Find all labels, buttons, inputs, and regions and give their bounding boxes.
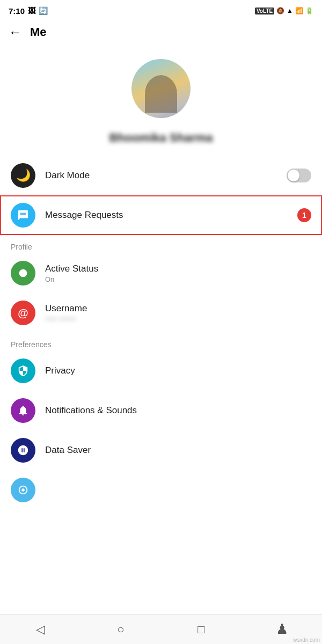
mute-icon: 🔕 <box>276 7 284 14</box>
signal-icon: 📶 <box>295 7 303 14</box>
avatar[interactable] <box>131 59 191 118</box>
bottom-nav: ◁ ○ □ ♟ <box>0 614 322 644</box>
siri-icon <box>11 478 35 502</box>
dark-mode-icon: 🌙 <box>11 163 35 188</box>
preferences-section-label: Preferences <box>0 333 322 351</box>
username-item[interactable]: @ Username ••••• ••••••• <box>0 293 322 333</box>
status-bar: 7:10 🖼 🔄 VoLTE 🔕 ▲ 📶 🔋 <box>0 0 322 19</box>
data-saver-item[interactable]: Data Saver <box>0 430 322 470</box>
username-content: Username ••••• ••••••• <box>45 303 311 323</box>
svg-point-2 <box>21 488 25 492</box>
privacy-icon <box>11 358 35 383</box>
wifi-icon: ▲ <box>287 7 293 14</box>
toggle-knob <box>288 170 299 181</box>
status-icons: VoLTE 🔕 ▲ 📶 🔋 <box>255 7 313 14</box>
gallery-icon: 🖼 <box>28 6 35 15</box>
message-requests-label: Message Requests <box>45 210 288 221</box>
volte-badge: VoLTE <box>255 8 274 14</box>
dark-mode-label: Dark Mode <box>45 170 277 181</box>
dark-mode-item[interactable]: 🌙 Dark Mode <box>0 156 322 195</box>
watermark: wsxdn.com <box>293 637 320 643</box>
privacy-label: Privacy <box>45 365 311 376</box>
time-label: 7:10 <box>9 6 25 16</box>
message-requests-icon <box>11 203 35 228</box>
avatar-silhouette <box>145 75 177 113</box>
top-nav: ← Me <box>0 19 322 48</box>
page-title: Me <box>30 25 47 39</box>
messenger-icon: 🔄 <box>39 6 48 15</box>
active-status-icon <box>11 261 35 286</box>
siri-item[interactable] <box>0 470 322 510</box>
nav-back-button[interactable]: ◁ <box>24 619 56 640</box>
avatar-section <box>0 48 322 123</box>
data-saver-label: Data Saver <box>45 445 311 456</box>
notifications-label: Notifications & Sounds <box>45 405 311 416</box>
message-requests-badge: 1 <box>297 208 311 222</box>
battery-icon: 🔋 <box>305 7 313 14</box>
message-requests-item[interactable]: Message Requests 1 <box>0 195 322 235</box>
active-status-content: Active Status On <box>45 264 311 283</box>
active-status-sublabel: On <box>45 275 311 283</box>
privacy-item[interactable]: Privacy <box>0 351 322 391</box>
status-time: 7:10 🖼 🔄 <box>9 6 48 16</box>
data-saver-icon <box>11 438 35 463</box>
notifications-icon <box>11 398 35 423</box>
user-display-name: Bhoomika Sharma <box>0 131 322 145</box>
nav-home-button[interactable]: ○ <box>105 619 137 640</box>
notifications-item[interactable]: Notifications & Sounds <box>0 391 322 430</box>
dark-mode-toggle[interactable] <box>287 169 311 182</box>
active-status-item[interactable]: Active Status On <box>0 253 322 293</box>
profile-section-label: Profile <box>0 235 322 253</box>
back-button[interactable]: ← <box>9 25 21 40</box>
username-icon: @ <box>11 301 35 325</box>
username-label: Username <box>45 303 311 314</box>
nav-recents-button[interactable]: □ <box>185 619 217 640</box>
active-status-label: Active Status <box>45 264 311 274</box>
username-value: ••••• ••••••• <box>45 315 311 323</box>
